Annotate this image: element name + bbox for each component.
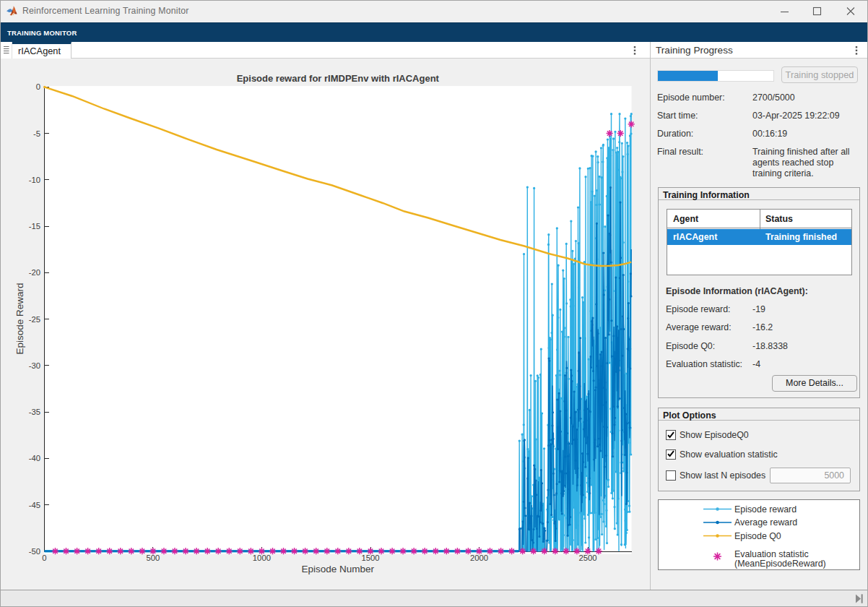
svg-text:-10: -10 — [29, 176, 40, 184]
svg-text:Episode Reward: Episode Reward — [14, 283, 25, 354]
svg-text:0: 0 — [36, 82, 40, 91]
svg-text:Episode Number: Episode Number — [302, 564, 375, 574]
svg-text:-15: -15 — [29, 222, 40, 231]
svg-text:Episode reward for rIMDPEnv wi: Episode reward for rIMDPEnv with rIACAge… — [237, 73, 440, 84]
svg-text:-20: -20 — [29, 268, 40, 277]
svg-text:-25: -25 — [29, 315, 40, 324]
svg-text:Episode Q0: Episode Q0 — [734, 531, 781, 541]
svg-text:-5: -5 — [33, 129, 40, 138]
svg-text:0: 0 — [42, 554, 46, 562]
svg-text:Episode reward: Episode reward — [734, 504, 797, 515]
svg-text:(MeanEpisodeReward): (MeanEpisodeReward) — [734, 559, 826, 569]
svg-text:-35: -35 — [29, 408, 40, 416]
svg-text:-50: -50 — [29, 547, 40, 556]
svg-text:-30: -30 — [29, 361, 40, 370]
svg-text:-40: -40 — [29, 454, 40, 462]
svg-text:-45: -45 — [29, 501, 40, 509]
svg-text:Evaluation statistic: Evaluation statistic — [734, 549, 809, 559]
svg-text:Average reward: Average reward — [734, 517, 797, 528]
